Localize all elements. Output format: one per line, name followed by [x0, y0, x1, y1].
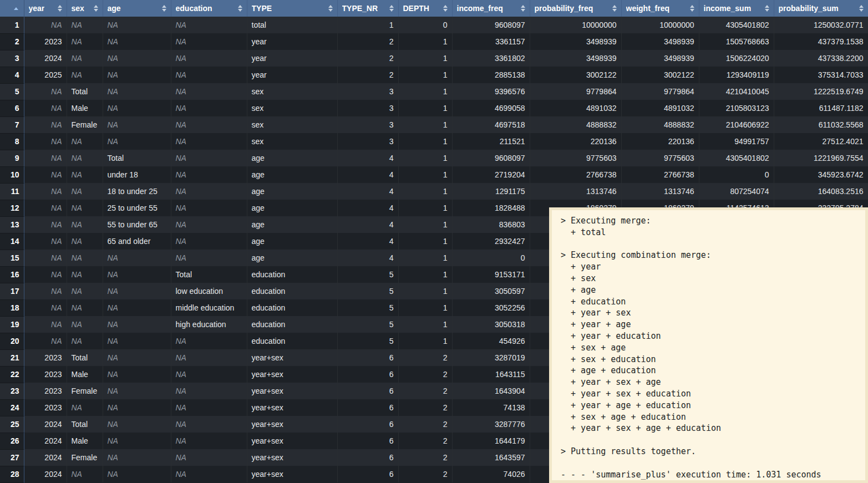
cell-education: Total	[171, 266, 247, 283]
cell-probability_sum: 164083.2516	[774, 183, 868, 200]
column-header-age[interactable]: age	[103, 0, 171, 17]
cell-income_sum: 807254074	[699, 183, 774, 200]
cell-type: age	[247, 216, 337, 233]
cell-age: NA	[103, 250, 171, 266]
column-header-probability_sum[interactable]: probability_sum	[774, 0, 868, 17]
cell-depth: 2	[398, 349, 452, 366]
cell-type: education	[247, 316, 337, 333]
column-header-probability_freq[interactable]: probability_freq	[530, 0, 621, 17]
cell-education: NA	[171, 17, 247, 33]
cell-education: NA	[171, 133, 247, 150]
cell-type_nr: 6	[337, 399, 398, 416]
row-number: 19	[0, 316, 24, 333]
cell-year: NA	[24, 299, 67, 316]
cell-sex: NA	[67, 333, 103, 349]
cell-income_freq: 3361157	[452, 33, 530, 50]
cell-income_freq: 2885138	[452, 67, 530, 83]
cell-year: NA	[24, 266, 67, 283]
cell-type: year+sex	[247, 466, 337, 482]
column-header-label: sex	[72, 4, 84, 13]
cell-type: year+sex	[247, 416, 337, 433]
cell-year: NA	[24, 17, 67, 33]
cell-age: 18 to under 25	[103, 183, 171, 200]
cell-type: year+sex	[247, 366, 337, 383]
cell-weight_freq: 4888832	[621, 116, 699, 133]
table-row: 32024NANANAyear2133618023498939349893915…	[0, 50, 868, 67]
cell-depth: 2	[398, 383, 452, 399]
cell-probability_freq: 220136	[530, 133, 621, 150]
cell-education: middle education	[171, 299, 247, 316]
cell-age: NA	[103, 83, 171, 100]
cell-age: NA	[103, 33, 171, 50]
cell-sex: Male	[67, 366, 103, 383]
cell-sex: Total	[67, 349, 103, 366]
row-number: 9	[0, 150, 24, 166]
cell-age: 55 to under 65	[103, 216, 171, 233]
cell-depth: 1	[398, 233, 452, 250]
cell-depth: 1	[398, 116, 452, 133]
column-header-sex[interactable]: sex	[67, 0, 103, 17]
cell-income_freq: 211521	[452, 133, 530, 150]
cell-type_nr: 6	[337, 366, 398, 383]
cell-probability_freq: 9779864	[530, 83, 621, 100]
row-number: 6	[0, 100, 24, 116]
cell-type: sex	[247, 100, 337, 116]
cell-income_freq: 4699058	[452, 100, 530, 116]
table-row: 42025NANANAyear2128851383002122300212212…	[0, 67, 868, 83]
cell-education: NA	[171, 183, 247, 200]
cell-income_freq: 2932427	[452, 233, 530, 250]
cell-weight_freq: 3002122	[621, 67, 699, 83]
cell-sex: NA	[67, 266, 103, 283]
column-header-income_sum[interactable]: income_sum	[699, 0, 774, 17]
row-number: 18	[0, 299, 24, 316]
cell-age: NA	[103, 433, 171, 449]
sort-arrows-icon	[94, 5, 98, 12]
cell-year: NA	[24, 200, 67, 216]
column-header-income_freq[interactable]: income_freq	[452, 0, 530, 17]
cell-year: NA	[24, 133, 67, 150]
cell-type_nr: 4	[337, 216, 398, 233]
cell-education: NA	[171, 349, 247, 366]
cell-probability_freq: 3498939	[530, 33, 621, 50]
cell-type_nr: 5	[337, 316, 398, 333]
column-header-type[interactable]: TYPE	[247, 0, 337, 17]
cell-type_nr: 4	[337, 233, 398, 250]
cell-income_freq: 454926	[452, 333, 530, 349]
row-number: 20	[0, 333, 24, 349]
cell-education: NA	[171, 100, 247, 116]
cell-type: age	[247, 200, 337, 216]
cell-education: NA	[171, 433, 247, 449]
column-header-type_nr[interactable]: TYPE_NR	[337, 0, 398, 17]
cell-age: NA	[103, 349, 171, 366]
row-number: 28	[0, 466, 24, 482]
cell-type_nr: 6	[337, 466, 398, 482]
cell-income_sum: 1293409119	[699, 67, 774, 83]
row-number-header[interactable]	[0, 0, 24, 17]
cell-type: year+sex	[247, 449, 337, 466]
cell-type: age	[247, 250, 337, 266]
cell-weight_freq: 3498939	[621, 33, 699, 50]
cell-weight_freq: 2766738	[621, 166, 699, 183]
column-header-education[interactable]: education	[171, 0, 247, 17]
cell-type_nr: 4	[337, 200, 398, 216]
console-text: > Executing merge: + total > Executing c…	[561, 215, 862, 480]
column-header-depth[interactable]: DEPTH	[398, 0, 452, 17]
column-header-weight_freq[interactable]: weight_freq	[621, 0, 699, 17]
cell-type: total	[247, 17, 337, 33]
cell-probability_freq: 2766738	[530, 166, 621, 183]
cell-depth: 1	[398, 83, 452, 100]
cell-income_freq: 0	[452, 250, 530, 266]
cell-sex: NA	[67, 166, 103, 183]
cell-income_freq: 3050318	[452, 316, 530, 333]
cell-probability_freq: 10000000	[530, 17, 621, 33]
row-number: 3	[0, 50, 24, 67]
row-number: 17	[0, 283, 24, 299]
row-number: 15	[0, 250, 24, 266]
column-header-year[interactable]: year	[24, 0, 67, 17]
cell-depth: 1	[398, 316, 452, 333]
cell-income_sum: 1506224020	[699, 50, 774, 67]
cell-income_sum: 94991757	[699, 133, 774, 150]
cell-depth: 2	[398, 366, 452, 383]
column-header-label: education	[176, 4, 212, 13]
cell-year: 2023	[24, 366, 67, 383]
